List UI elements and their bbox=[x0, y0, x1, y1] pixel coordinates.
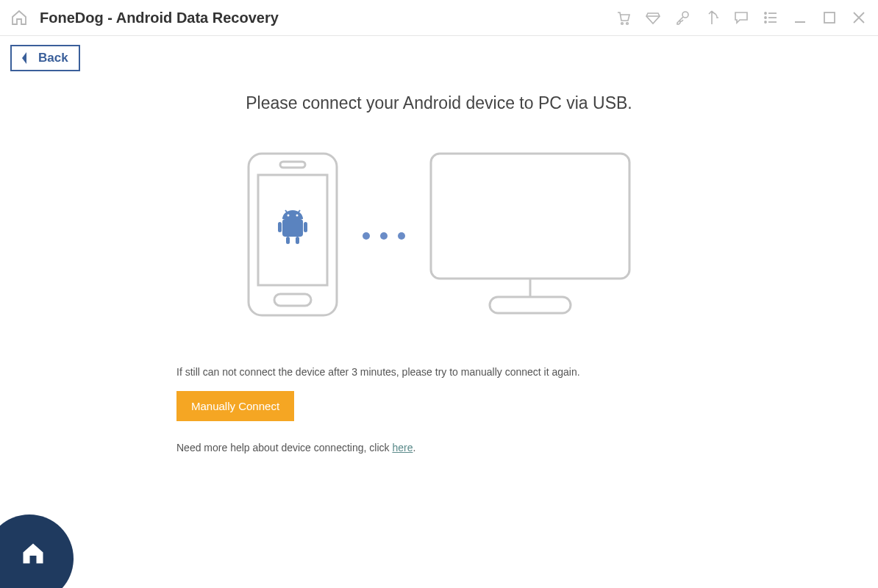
svg-rect-15 bbox=[296, 237, 299, 244]
help-text: Need more help about device connecting, … bbox=[176, 442, 849, 453]
svg-rect-13 bbox=[304, 222, 307, 232]
svg-point-4 bbox=[765, 17, 766, 18]
svg-point-18 bbox=[288, 215, 290, 217]
phone-icon bbox=[245, 150, 340, 322]
timeout-note: If still can not connect the device afte… bbox=[176, 366, 849, 378]
home-icon[interactable] bbox=[10, 9, 28, 26]
maximize-icon[interactable] bbox=[821, 9, 838, 26]
svg-rect-6 bbox=[824, 12, 835, 23]
manually-connect-button[interactable]: Manually Connect bbox=[176, 391, 294, 421]
diamond-icon[interactable] bbox=[644, 9, 662, 26]
svg-rect-12 bbox=[278, 222, 282, 232]
monitor-icon bbox=[427, 150, 633, 322]
key-icon[interactable] bbox=[674, 9, 691, 26]
svg-point-3 bbox=[765, 12, 766, 14]
connection-illustration bbox=[29, 150, 849, 322]
feedback-icon[interactable] bbox=[732, 9, 750, 26]
svg-rect-11 bbox=[282, 219, 303, 237]
help-link[interactable]: here bbox=[392, 442, 413, 453]
connection-dots-icon bbox=[363, 232, 405, 240]
help-prefix: Need more help about device connecting, … bbox=[176, 442, 392, 453]
close-icon[interactable] bbox=[850, 9, 868, 26]
home-white-icon bbox=[13, 548, 46, 570]
home-fab-button[interactable] bbox=[0, 514, 74, 588]
svg-point-2 bbox=[682, 12, 688, 18]
minimize-icon[interactable] bbox=[791, 9, 809, 26]
back-button[interactable]: Back bbox=[10, 45, 80, 71]
svg-rect-10 bbox=[274, 294, 311, 306]
svg-rect-9 bbox=[280, 162, 305, 168]
app-title: FoneDog - Android Data Recovery bbox=[40, 10, 279, 26]
svg-point-0 bbox=[621, 23, 624, 25]
instruction-heading: Please connect your Android device to PC… bbox=[29, 93, 849, 113]
share-icon[interactable] bbox=[703, 9, 721, 26]
svg-rect-22 bbox=[490, 297, 571, 313]
svg-rect-14 bbox=[286, 237, 290, 244]
back-button-label: Back bbox=[38, 51, 68, 65]
svg-point-19 bbox=[296, 215, 299, 217]
svg-point-1 bbox=[627, 23, 629, 25]
svg-point-5 bbox=[765, 21, 766, 23]
help-suffix: . bbox=[413, 442, 415, 453]
svg-rect-20 bbox=[431, 154, 629, 279]
menu-list-icon[interactable] bbox=[762, 9, 779, 26]
back-arrow-icon bbox=[19, 51, 31, 65]
cart-icon[interactable] bbox=[615, 9, 632, 26]
